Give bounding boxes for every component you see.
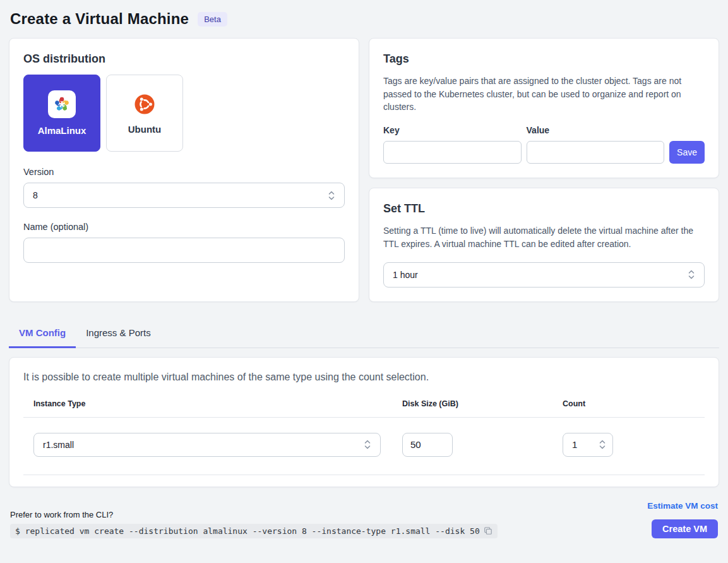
ttl-card: Set TTL Setting a TTL (time to live) wil… bbox=[369, 188, 719, 301]
tags-card-title: Tags bbox=[383, 52, 705, 66]
version-select-value: 8 bbox=[33, 190, 38, 200]
copy-icon[interactable] bbox=[484, 526, 492, 535]
tags-form: Key Value Save bbox=[383, 125, 705, 164]
chevron-updown-icon bbox=[364, 439, 371, 450]
tag-key-input[interactable] bbox=[383, 141, 522, 164]
tag-value-label: Value bbox=[527, 125, 665, 135]
page-title: Create a Virtual Machine bbox=[10, 10, 189, 28]
tab-vm-config[interactable]: VM Config bbox=[9, 319, 76, 348]
save-tag-button[interactable]: Save bbox=[669, 141, 705, 164]
version-label: Version bbox=[23, 167, 345, 177]
instance-type-cell: r1.small bbox=[33, 433, 402, 457]
footer-actions: Estimate VM cost Create VM bbox=[647, 501, 718, 538]
cli-prompt: Prefer to work from the CLI? bbox=[10, 510, 498, 519]
chevron-updown-icon bbox=[688, 269, 695, 280]
version-field: Version 8 bbox=[23, 167, 345, 208]
tag-value-col: Value bbox=[527, 125, 665, 164]
tag-key-label: Key bbox=[383, 125, 522, 135]
tag-value-input[interactable] bbox=[527, 141, 665, 164]
vm-table: Instance Type Disk Size (GiB) Count r1.s… bbox=[23, 399, 705, 475]
count-input[interactable] bbox=[572, 439, 591, 450]
top-grid: OS distribution AlmaLinux bbox=[9, 38, 719, 302]
name-field: Name (optional) bbox=[23, 222, 345, 263]
column-header-disk-size: Disk Size (GiB) bbox=[402, 399, 563, 408]
column-header-instance-type: Instance Type bbox=[33, 399, 402, 408]
cli-command-bar: $ replicated vm create --distribution al… bbox=[10, 524, 498, 538]
estimate-vm-cost-link[interactable]: Estimate VM cost bbox=[647, 501, 718, 511]
instance-type-value: r1.small bbox=[43, 440, 74, 450]
ttl-card-title: Set TTL bbox=[383, 202, 705, 215]
ubuntu-logo-icon bbox=[132, 92, 157, 117]
name-input[interactable] bbox=[23, 238, 345, 263]
column-header-count: Count bbox=[563, 399, 695, 408]
create-vm-button[interactable]: Create VM bbox=[652, 519, 718, 538]
ttl-card-description: Setting a TTL (time to live) will automa… bbox=[383, 224, 705, 250]
tab-ingress-ports[interactable]: Ingress & Ports bbox=[76, 319, 161, 348]
tab-bar: VM Config Ingress & Ports bbox=[9, 319, 719, 348]
count-cell bbox=[563, 433, 695, 457]
beta-badge: Beta bbox=[198, 12, 227, 27]
vm-config-card: It is possible to create multiple virtua… bbox=[9, 357, 719, 487]
almalinux-logo-icon bbox=[48, 90, 76, 118]
vm-config-note: It is possible to create multiple virtua… bbox=[23, 372, 705, 383]
stepper-chevrons-icon[interactable] bbox=[599, 439, 606, 450]
disk-size-cell bbox=[402, 433, 563, 457]
right-column: Tags Tags are key/value pairs that are a… bbox=[369, 38, 719, 302]
page-header: Create a Virtual Machine Beta bbox=[9, 9, 719, 38]
ttl-select-value: 1 hour bbox=[393, 270, 418, 280]
tags-card: Tags Tags are key/value pairs that are a… bbox=[369, 38, 719, 178]
os-distribution-card: OS distribution AlmaLinux bbox=[9, 38, 359, 302]
instance-type-select[interactable]: r1.small bbox=[33, 433, 381, 457]
cli-block: Prefer to work from the CLI? $ replicate… bbox=[10, 510, 498, 538]
os-card-title: OS distribution bbox=[23, 52, 345, 66]
vm-table-header: Instance Type Disk Size (GiB) Count bbox=[23, 399, 705, 418]
os-tile-label: AlmaLinux bbox=[38, 125, 87, 136]
ttl-select[interactable]: 1 hour bbox=[383, 262, 705, 288]
chevron-updown-icon bbox=[328, 190, 335, 201]
version-select[interactable]: 8 bbox=[23, 183, 345, 208]
disk-size-input[interactable] bbox=[402, 433, 453, 457]
footer: Prefer to work from the CLI? $ replicate… bbox=[9, 501, 719, 538]
name-label: Name (optional) bbox=[23, 222, 345, 232]
tag-key-col: Key bbox=[383, 125, 522, 164]
os-tile-label: Ubuntu bbox=[128, 124, 161, 135]
tags-card-description: Tags are key/value pairs that are assign… bbox=[383, 75, 705, 114]
os-tile-row: AlmaLinux bbox=[23, 75, 345, 152]
os-tile-almalinux[interactable]: AlmaLinux bbox=[23, 75, 100, 152]
count-stepper[interactable] bbox=[563, 433, 613, 457]
vm-table-row: r1.small bbox=[23, 418, 705, 475]
cli-command: $ replicated vm create --distribution al… bbox=[15, 526, 480, 536]
os-tile-ubuntu[interactable]: Ubuntu bbox=[106, 75, 183, 152]
